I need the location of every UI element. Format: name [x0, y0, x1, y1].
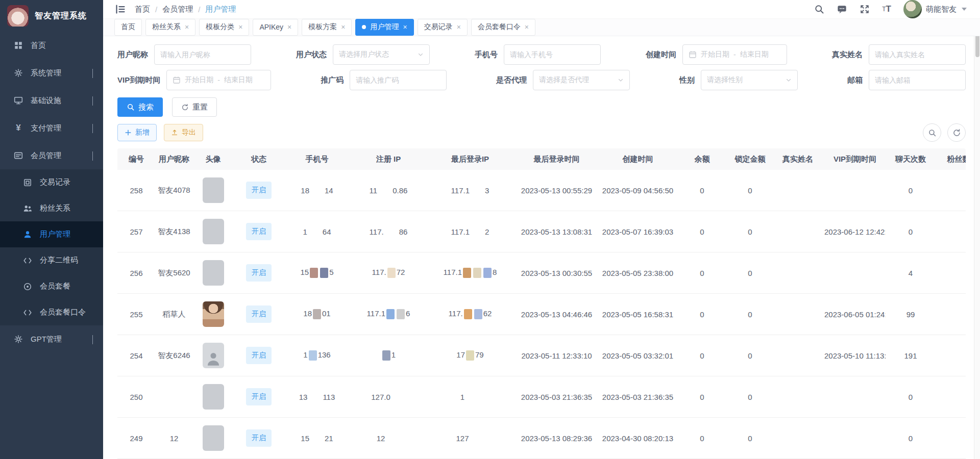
sidebar-item[interactable]: GPT管理 [0, 325, 103, 353]
close-icon[interactable]: × [403, 23, 407, 31]
tab[interactable]: 交易记录× [418, 19, 468, 36]
page-scrollbar[interactable] [974, 0, 980, 459]
table-toolbar: 新增 导出 [117, 123, 966, 142]
filter-group: 是否代理请选择是否代理 [496, 70, 630, 90]
column-header: 编号 [117, 155, 155, 164]
推广码-input[interactable] [350, 70, 447, 90]
zoom-icon[interactable] [923, 123, 941, 142]
close-icon[interactable]: × [341, 23, 345, 31]
close-icon[interactable]: × [287, 23, 291, 31]
VIP到期时间-daterange[interactable]: 开始日期-结束日期 [166, 70, 271, 90]
close-icon[interactable]: × [185, 23, 189, 31]
tab[interactable]: 模板方案× [302, 19, 352, 36]
status-badge: 开启 [246, 182, 272, 199]
filter-group: 真实姓名 [832, 44, 966, 65]
text-input[interactable] [875, 50, 960, 59]
user-menu[interactable]: 萌能智友 [903, 0, 967, 18]
用户昵称-input[interactable] [154, 44, 251, 65]
cell: 13113 [284, 393, 350, 401]
text-input[interactable] [160, 50, 245, 59]
breadcrumb-item[interactable]: 用户管理 [205, 5, 236, 14]
text-input[interactable] [356, 76, 440, 84]
sidebar-item[interactable]: 基础设施 [0, 87, 103, 114]
refresh-icon[interactable] [947, 123, 966, 142]
cell: 117.86 [350, 227, 427, 236]
tab-label: 粉丝关系 [152, 22, 181, 32]
sidebar-item[interactable]: ¥支付管理 [0, 114, 103, 142]
toolbar-right [923, 123, 966, 142]
filter-actions: 搜索 重置 [117, 97, 966, 117]
cell: 12 [350, 434, 427, 443]
filter-form: 用户昵称用户状态请选择用户状态手机号创建时间开始日期-结束日期真实姓名VIP到期… [117, 44, 966, 90]
cell: 4 [886, 269, 936, 277]
close-icon[interactable]: × [525, 23, 529, 31]
cell: 2023-05-11 12:33:10 [513, 351, 600, 360]
cell: 0 [886, 227, 936, 236]
breadcrumb-item[interactable]: 首页 [135, 5, 150, 14]
cell: 155 [284, 268, 350, 278]
text-input[interactable] [875, 76, 960, 84]
邮箱-input[interactable] [869, 70, 966, 90]
cell: 2023-05-13 00:30:55 [513, 269, 600, 277]
avatar-placeholder [203, 219, 224, 244]
cell: 2023-05-09 04:56:50 [600, 186, 675, 195]
是否代理-select[interactable]: 请选择是否代理 [533, 70, 630, 90]
doc-icon [22, 177, 33, 188]
reset-button[interactable]: 重置 [172, 97, 217, 117]
search-icon[interactable] [814, 4, 824, 14]
创建时间-daterange[interactable]: 开始日期-结束日期 [682, 44, 787, 65]
column-header: 最后登录时间 [513, 155, 600, 164]
sidebar-item[interactable]: 会员套餐 [0, 273, 103, 299]
message-icon[interactable] [837, 4, 847, 14]
tab[interactable]: APIKey× [253, 19, 298, 36]
column-header: 用户昵称 [155, 155, 193, 164]
collapse-sidebar-icon[interactable] [115, 4, 126, 14]
cell: 254 [117, 351, 155, 360]
censor-block [382, 350, 390, 361]
censor-block [464, 309, 472, 319]
filter-row: 用户昵称用户状态请选择用户状态手机号创建时间开始日期-结束日期真实姓名 [117, 44, 966, 65]
close-icon[interactable]: × [238, 23, 242, 31]
sidebar-item[interactable]: 系统管理 [0, 59, 103, 87]
code-icon [22, 256, 33, 266]
logo[interactable]: 智友管理系统 [0, 0, 103, 32]
close-icon[interactable]: × [457, 23, 461, 31]
topbar-right: TT 萌能智友 [814, 0, 967, 18]
fullscreen-icon[interactable] [860, 4, 870, 14]
sidebar-item[interactable]: 用户管理 [0, 221, 103, 247]
sidebar-item[interactable]: 首页 [0, 32, 103, 59]
text-input[interactable] [510, 50, 595, 59]
tab[interactable]: 首页 [114, 19, 142, 36]
fontsize-icon[interactable]: TT [882, 4, 891, 14]
tab-active[interactable]: 用户管理× [355, 19, 413, 36]
add-button[interactable]: 新增 [117, 124, 157, 141]
export-button[interactable]: 导出 [164, 124, 203, 141]
date-end-placeholder: 结束日期 [224, 75, 253, 85]
table-row: 254智友6246开启1136117792023-05-11 12:33:102… [117, 335, 966, 376]
性别-select[interactable]: 请选择性别 [701, 70, 798, 90]
cell: 117.62 [427, 309, 513, 319]
filter-label: 性别 [679, 75, 695, 85]
tab[interactable]: 模板分类× [199, 19, 249, 36]
手机号-input[interactable] [504, 44, 601, 65]
用户状态-select[interactable]: 请选择用户状态 [333, 44, 430, 65]
真实姓名-input[interactable] [869, 44, 966, 65]
avatar-placeholder [203, 384, 224, 410]
tab[interactable]: 粉丝关系× [145, 19, 195, 36]
sidebar-item[interactable]: 会员管理 [0, 142, 103, 169]
search-button[interactable]: 搜索 [117, 97, 163, 117]
sidebar-item[interactable]: 会员套餐口令 [0, 299, 103, 325]
tab[interactable]: 会员套餐口令× [471, 19, 535, 36]
breadcrumb-item[interactable]: 会员管理 [162, 5, 193, 14]
cell: 2023-05-13 04:46:46 [513, 310, 600, 319]
sidebar-item[interactable]: 交易记录 [0, 169, 103, 195]
table-row: 255稻草人开启1801117.16117.622023-05-13 04:46… [117, 294, 966, 335]
sidebar-item-label: 会员管理 [31, 151, 61, 161]
chevron-down-icon [962, 8, 967, 11]
column-header: 聊天次数 [886, 155, 936, 164]
sidebar-item[interactable]: 分享二维码 [0, 247, 103, 273]
status-badge: 开启 [246, 305, 272, 323]
sidebar-item[interactable]: 粉丝关系 [0, 195, 103, 221]
cell: 191 [886, 351, 936, 360]
cell-status: 开启 [233, 429, 284, 447]
